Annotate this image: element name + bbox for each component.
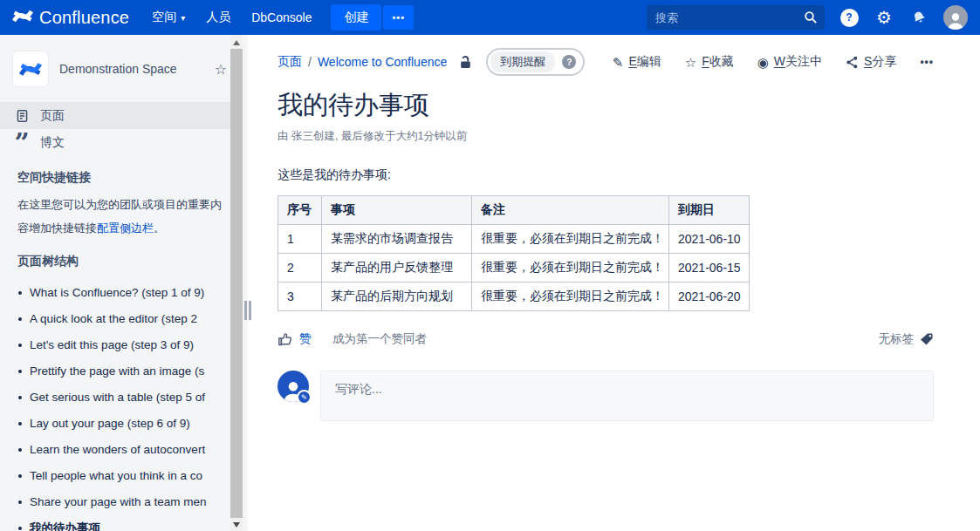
scroll-up-arrow-icon[interactable] [233,40,240,45]
cell-item: 某产品的后期方向规划 [322,283,472,311]
scroll-down-arrow-icon[interactable] [233,522,240,528]
table-row: 1 某需求的市场调查报告 很重要，必须在到期日之前完成！ 2021-06-10 [278,225,750,254]
search-icon[interactable] [804,10,818,24]
edit-button[interactable]: ✎ E编辑 [613,54,661,70]
tree-item[interactable]: Share your page with a team men [17,489,227,515]
page-tree-section: 页面树结构 What is Confluence? (step 1 of 9) … [0,254,248,531]
gear-icon: ⚙ [876,9,892,26]
configure-sidebar-link[interactable]: 配置侧边栏 [97,221,154,235]
cell-item: 某需求的市场调查报告 [322,225,472,254]
nav-spaces-label: 空间 [152,10,176,25]
cell-note: 很重要，必须在到期日之前完成！ [472,283,669,311]
shortcuts-period: 。 [154,221,165,235]
table-header-item: 事项 [322,196,472,225]
comment-input[interactable] [320,371,934,421]
shortcuts-section: 空间快捷链接 在这里您可以为您的团队或项目的重要内容增加快捷链接配置侧边栏。 [0,170,248,240]
tag-icon[interactable] [920,332,934,346]
help-button[interactable]: ? [839,7,860,28]
page-title: 我的待办事项 [278,88,934,123]
top-navigation-bar: Confluence 空间 ▾ 人员 DbConsole 创建 ••• ? ⚙ [0,0,980,35]
shortcuts-heading: 空间快捷链接 [17,170,227,186]
favorite-button[interactable]: ☆ F收藏 [685,54,734,70]
like-row: 赞 成为第一个赞同者 无标签 [278,331,934,347]
question-mark-icon: ? [840,9,859,27]
main-content: 页面 / Welcome to Confluence 到期提醒 ? ✎ [248,35,980,531]
nav-dbconsole[interactable]: DbConsole [251,10,312,24]
blog-quote-icon: ” [15,137,29,149]
table-row: 2 某产品的用户反馈整理 很重要，必须在到期日之前完成！ 2021-06-15 [278,254,750,283]
tree-item[interactable]: Tell people what you think in a co [17,463,227,489]
space-name: Demonstration Space [59,62,177,76]
nav-spaces[interactable]: 空间 ▾ [152,10,185,25]
space-nav: 页面 ” 博文 [0,102,248,156]
cell-note: 很重要，必须在到期日之前完成！ [472,254,669,283]
tree-item[interactable]: Learn the wonders of autoconvert [17,437,227,463]
tree-item[interactable]: Get serious with a table (step 5 of [17,385,227,411]
sidebar-scrollbar[interactable] [230,35,243,531]
tree-item[interactable]: A quick look at the editor (step 2 [17,306,227,332]
create-button[interactable]: 创建 [331,4,381,31]
intro-text: 这些是我的待办事项: [278,167,934,183]
labels-empty-text: 无标签 [879,331,915,347]
cell-index: 1 [278,225,322,254]
edit-badge-icon: ✎ [297,390,312,405]
page-tree: What is Confluence? (step 1 of 9) A quic… [17,280,227,531]
pages-icon [15,109,29,123]
table-header-row: 序号 事项 备注 到期日 [278,196,750,225]
share-icon [846,56,859,69]
shortcuts-description: 在这里您可以为您的团队或项目的重要内容增加快捷链接配置侧边栏。 [17,193,225,240]
notifications-button[interactable] [908,7,929,28]
tree-item[interactable]: Prettify the page with an image (s [17,358,227,385]
like-button[interactable]: 赞 [299,331,312,347]
confluence-app: Confluence 空间 ▾ 人员 DbConsole 创建 ••• ? ⚙ [0,0,980,531]
unlocked-icon[interactable] [458,55,473,70]
comment-section: ✎ [278,371,934,421]
sidebar-resize-handle[interactable] [244,301,251,320]
scrollbar-thumb[interactable] [230,49,243,518]
thumbs-up-icon[interactable] [278,331,293,347]
table-header-index: 序号 [278,196,322,225]
table-row: 3 某产品的后期方向规划 很重要，必须在到期日之前完成！ 2021-06-20 [278,283,750,311]
watch-button[interactable]: ◉ W关注中 [757,54,822,70]
table-header-note: 备注 [472,196,669,225]
tree-item-current[interactable]: 我的待办事项 [17,515,227,531]
search-input[interactable] [655,11,804,24]
tree-item[interactable]: What is Confluence? (step 1 of 9) [17,280,227,306]
breadcrumb-separator: / [302,55,318,69]
star-icon: ☆ [685,56,696,69]
cell-due: 2021-06-10 [669,225,750,254]
sidebar-item-pages[interactable]: 页面 [0,102,230,129]
page-more-actions-button[interactable]: ••• [920,56,934,68]
cell-index: 2 [278,254,322,283]
cell-index: 3 [278,283,322,311]
reminder-help-icon: ? [562,55,576,69]
todo-table: 序号 事项 备注 到期日 1 某需求的市场调查报告 很重要，必须在到期日之前完成… [278,195,750,311]
space-logo-icon[interactable] [13,51,48,86]
topnav: 空间 ▾ 人员 DbConsole [152,10,312,25]
sidebar-item-label: 页面 [40,108,65,124]
like-hint: 成为第一个赞同者 [332,331,427,347]
share-button[interactable]: S分享 [846,54,896,70]
confluence-logo-text: Confluence [39,8,129,28]
breadcrumb-parent-link[interactable]: Welcome to Confluence [318,55,447,69]
sidebar-item-label: 博文 [40,135,65,151]
tree-item[interactable]: Lay out your page (step 6 of 9) [17,411,227,437]
byline: 由 张三创建, 最后修改于大约1分钟以前 [278,129,934,144]
chevron-down-icon: ▾ [181,13,185,23]
due-reminder-button[interactable]: 到期提醒 ? [486,48,585,76]
cell-note: 很重要，必须在到期日之前完成！ [472,225,669,254]
due-reminder-label: 到期提醒 [490,51,555,72]
breadcrumb-pages-link[interactable]: 页面 [278,54,302,70]
favorite-space-star-icon[interactable]: ☆ [215,61,227,78]
sidebar: Demonstration Space ☆ 页面 ” 博文 [0,35,248,531]
create-more-button[interactable]: ••• [383,5,414,30]
user-avatar[interactable] [943,5,968,30]
comment-user-avatar: ✎ [278,371,309,402]
sidebar-item-blog[interactable]: ” 博文 [0,129,230,156]
breadcrumb: 页面 / Welcome to Confluence 到期提醒 ? ✎ [278,47,934,77]
nav-people[interactable]: 人员 [206,10,230,25]
confluence-home-link[interactable]: Confluence [12,8,129,28]
tree-item[interactable]: Let's edit this page (step 3 of 9) [17,332,227,358]
settings-button[interactable]: ⚙ [874,7,894,28]
cell-item: 某产品的用户反馈整理 [322,254,472,283]
